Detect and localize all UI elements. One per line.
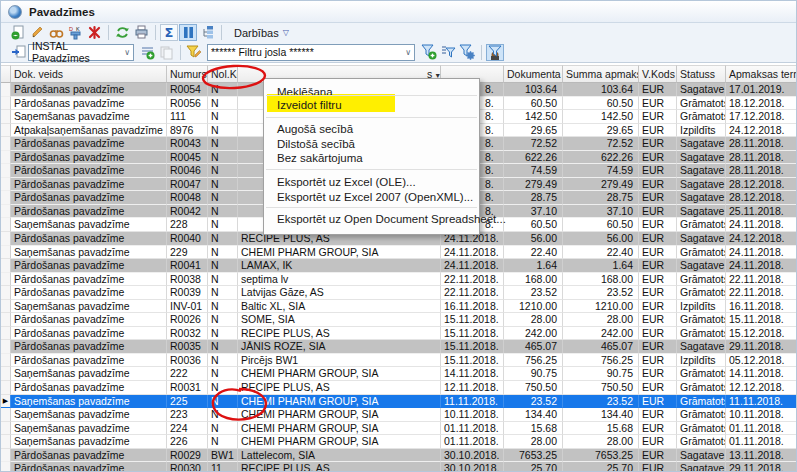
cell-statuss: Sagatave [677,205,726,219]
actions-menu-button[interactable]: Darbības ▽ [234,27,289,39]
edit-pencil-icon[interactable] [28,24,46,41]
row-gutter [1,151,11,165]
cell-nolkods: N [208,246,238,260]
add-filter-icon[interactable] [420,44,438,61]
cell-veids: Saņemšanas pavadzīme [11,246,167,260]
cell-veids: Pārdošanas pavadzīme [11,164,167,178]
menu-item-dilsto-sec-b[interactable]: Dilstošā secībā [264,136,479,151]
cell-nolkods: N [208,408,238,422]
sort-filter-icon[interactable] [439,44,457,61]
column-header-gutter[interactable] [1,65,11,83]
table-row[interactable]: Pārdošanas pavadzīmeR0035NJĀNIS ROZE, SI… [1,340,797,354]
cell-veids: Saņemšanas pavadzīme [11,218,167,232]
row-gutter [1,300,11,314]
cell-statuss: Izpildīts [677,354,726,368]
menu-item-bez-sak-rtojuma[interactable]: Bez sakārtojuma [264,150,479,165]
sigma-glyph: Σ [165,25,174,40]
cell-vkods: EUR [639,259,677,273]
cell-summa: 134.40 [563,408,639,422]
columns-toggle-icon[interactable] [179,24,197,41]
cell-numurs: 228 [167,218,208,232]
cell-nolkods: N [208,354,238,368]
column-header-numurs[interactable]: Numurs [167,65,208,83]
cell-summa: 74.59 [563,164,639,178]
table-row[interactable]: Pārdošanas pavadzīmeR0026NSOME, SIA15.11… [1,313,797,327]
add-view-icon[interactable] [138,44,156,61]
filter-toolbar: INSTAL Pavadzīmes ∨ ****** Filtru josla … [1,42,796,63]
column-header-veids[interactable]: Dok. veids [11,65,167,83]
cell-dok_summa: 15.68 [504,422,563,436]
binoculars-icon[interactable] [47,24,65,41]
hierarchy-icon[interactable] [198,24,216,41]
cell-nolkods: N [208,435,238,449]
filter-row-select[interactable]: ****** Filtru josla ****** ∨ [207,44,415,61]
refresh-icon[interactable] [113,24,131,41]
table-row[interactable]: Saņemšanas pavadzīme229NCHEMI PHARM GROU… [1,246,797,260]
table-row[interactable]: Pārdošanas pavadzīmeR0032NRECIPE PLUS, A… [1,327,797,341]
delete-icon[interactable] [85,24,103,41]
menu-item-eksport-t-uz-excel-2007-openxml[interactable]: Eksportēt uz Excel 2007 (OpenXML)... [264,189,479,204]
column-header-vkods[interactable]: V.Kods [639,65,677,83]
cell-summa: 60.50 [563,97,639,111]
cell-numurs: R0026 [167,313,208,327]
cell-nolkods: N [208,151,238,165]
view-select[interactable]: INSTAL Pavadzīmes ∨ [28,44,134,61]
cell-numurs: 8976 [167,124,208,138]
table-row[interactable]: Saņemšanas pavadzīme223NCHEMI PHARM GROU… [1,408,797,422]
table-row[interactable]: Pārdošanas pavadzīmeR0041NLAMAX, IK24.11… [1,259,797,273]
cell-termins: 28.12.2018. [726,178,797,192]
table-row[interactable]: Saņemšanas pavadzīmeINV-01NBaltic XL, SI… [1,300,797,314]
cell-dok_summa: 23.52 [504,395,563,409]
menu-item-eksport-t-uz-open-document-spreadsheet[interactable]: Eksportēt uz Open Document Spreadsheet..… [264,211,479,226]
table-row[interactable]: Saņemšanas pavadzīme226NCHEMI PHARM GROU… [1,435,797,449]
table-row[interactable]: Pārdošanas pavadzīmeR0031NRECIPE PLUS, A… [1,381,797,395]
table-row[interactable]: Pārdošanas pavadzīmeR0038Nseptima lv22.1… [1,273,797,287]
column-header-nolkods[interactable]: Nol.Kods [208,65,238,83]
print-icon[interactable] [132,24,150,41]
cell-datums: 14.11.2018. [441,367,504,381]
table-row[interactable]: Pārdošanas pavadzīmeR0039NLatvijas Gāze,… [1,286,797,300]
chevron-down-icon: ∨ [401,48,411,57]
cell-vkods: EUR [639,178,677,192]
cell-vkods: EUR [639,232,677,246]
cell-summa: 1.64 [563,259,639,273]
menu-item-augo-sec-b[interactable]: Augošā secībā [264,121,479,136]
cell-dok_summa: 7653.25 [504,449,563,463]
column-header-summa[interactable]: Summa apmaksai [563,65,639,83]
sum-sigma-icon[interactable]: Σ [160,24,178,41]
table-row[interactable]: ▶Saņemšanas pavadzīme225NCHEMI PHARM GRO… [1,395,797,409]
chevron-down-icon: ∨ [120,48,130,57]
copy-view-icon[interactable] [157,44,175,61]
cell-vkods: EUR [639,340,677,354]
table-row[interactable]: Pārdošanas pavadzīmeR003011RECIPE PLUS, … [1,462,797,472]
cell-veids: Pārdošanas pavadzīme [11,191,167,205]
apply-view-icon[interactable] [9,44,27,61]
cell-veids: Pārdošanas pavadzīme [11,178,167,192]
cell-statuss: Grāmatots [677,273,726,287]
cell-datums: 22.11.2018. [441,286,504,300]
cell-termins: 13.11.2018. [726,449,797,463]
debit-credit-icon[interactable]: DK [66,24,84,41]
cell-datums: 24.11.2018. [441,259,504,273]
cell-datums: 16.11.2018. [441,300,504,314]
table-row[interactable]: Pārdošanas pavadzīmeR0036NPircējs BW115.… [1,354,797,368]
column-header-statuss[interactable]: Statuss [677,65,726,83]
column-header-dok_summa[interactable]: Dokumenta s... [504,65,563,83]
cell-termins: 11.11.2018. [726,395,797,409]
table-row[interactable]: Saņemšanas pavadzīme222NCHEMI PHARM GROU… [1,367,797,381]
row-gutter [1,367,11,381]
menu-item-izveidot-filtru[interactable]: Izveidot filtru [264,97,479,112]
table-row[interactable]: Saņemšanas pavadzīme224NCHEMI PHARM GROU… [1,422,797,436]
cell-statuss: Sagatave [677,232,726,246]
filter-panel-icon[interactable] [486,44,504,61]
cell-summa: 23.52 [563,395,639,409]
new-document-icon[interactable] [9,24,27,41]
menu-item-eksport-t-uz-excel-ole[interactable]: Eksportēt uz Excel (OLE)... [264,174,479,189]
cell-partneris: Latvijas Gāze, AS [238,286,441,300]
column-header-termins[interactable]: Apmaksas termiņš [726,65,797,83]
cell-veids: Pārdošanas pavadzīme [11,462,167,472]
table-row[interactable]: Pārdošanas pavadzīmeR0029BW1Lattelecom, … [1,449,797,463]
filter-settings-icon[interactable] [458,44,476,61]
cell-summa: 28.00 [563,435,639,449]
edit-filter-icon[interactable] [185,44,203,61]
